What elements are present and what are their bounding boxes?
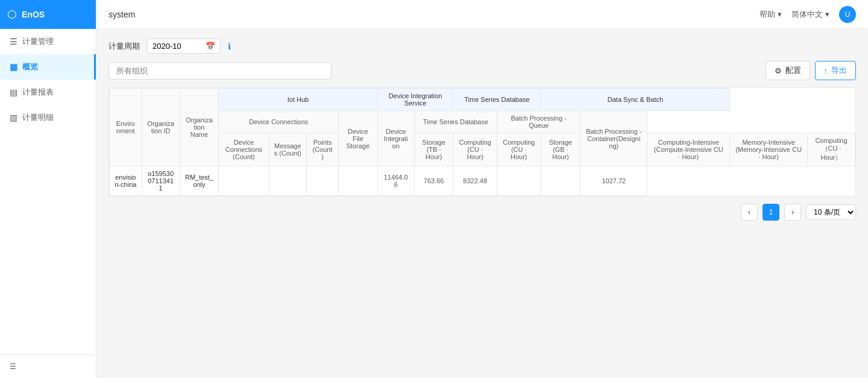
col-computing-batch-cu-hour: Computing（CU · Hour） [808,133,855,166]
col-device-connections-count: Device Connections (Count) [219,133,269,166]
sidebar-collapse[interactable]: ☰ [0,354,96,378]
sidebar-nav: ☰ 计量管理 ▦ 概览 ▤ 计量报表 ▥ 计量明细 [0,29,96,354]
logo-text: EnOS [22,10,45,19]
cell-env: envision-china [110,166,142,196]
billing-report-icon: ▤ [10,87,17,97]
cell-memory-intensive [541,166,580,196]
lang-menu[interactable]: 简体中文 ▾ [791,9,829,20]
user-avatar[interactable]: U [839,6,856,23]
date-picker[interactable]: 📅 [147,39,221,54]
sidebar-item-label-billing-detail: 计量明细 [22,112,54,123]
col-messages-count: Messages (Count) [269,133,306,166]
col-device-file-storage: Device File Storage [339,111,378,166]
header-title: system [108,10,135,19]
cell-storage-gb-hour: 8322.48 [453,166,497,196]
cell-org-id: o15953007113411 [142,166,180,196]
cell-org-name: RM_test_only [180,166,219,196]
next-page-button[interactable]: › [784,204,801,221]
sidebar-item-label-billing-mgmt: 计量管理 [22,36,54,47]
help-chevron-icon: ▾ [778,10,782,19]
cell-computing-batch-cu-hour: 1027.72 [580,166,647,196]
prev-page-button[interactable]: ‹ [741,204,758,221]
config-label: 配置 [785,65,801,76]
cell-storage-tb-hour [339,166,378,196]
header-right: 帮助 ▾ 简体中文 ▾ U [760,6,856,23]
col-storage-gb-hour: Storage (GB · Hour) [541,133,580,166]
cell-points-count [307,166,339,196]
page-1-button[interactable]: 1 [763,204,779,221]
cell-messages-count [269,166,306,196]
pagination: ‹ 1 › 10 条/页 20 条/页 50 条/页 [108,204,856,221]
billing-detail-icon: ▥ [10,113,17,122]
sidebar-item-billing-report[interactable]: ▤ 计量报表 [0,80,96,105]
cell-device-connections-count [219,166,269,196]
col-batch-container: Batch Processing - Container(Designing) [580,111,647,166]
col-computing-ts-cu-hour: Computing (CU · Hour) [497,133,541,166]
export-label: 导出 [831,65,847,76]
sidebar-item-overview[interactable]: ▦ 概览 [0,54,96,80]
col-points-count: Points (Count) [307,133,339,166]
sidebar-logo: ⬡ EnOS [0,0,96,29]
sidebar-item-billing-mgmt[interactable]: ☰ 计量管理 [0,29,96,54]
col-computing-device-cu-hour: Computing (CU · Hour) [453,133,497,166]
collapse-icon: ☰ [10,362,16,371]
info-icon[interactable]: ℹ [228,42,231,51]
cell-computing-device-cu-hour: 11464.06 [377,166,414,196]
date-input[interactable] [153,42,201,51]
data-table-wrap: Environment Organization ID Organization… [108,87,856,197]
data-table: Environment Organization ID Organization… [109,88,855,196]
period-label: 计量周期 [108,41,140,52]
page-content: 计量周期 📅 ℹ ⚙ 配置 ↑ 导出 [96,29,868,378]
col-tsdb: Time Series Database [414,111,497,133]
col-env: Environment [110,89,142,166]
action-buttons: ⚙ 配置 ↑ 导出 [766,61,857,80]
col-org-id: Organization ID [142,89,180,166]
lang-chevron-icon: ▾ [825,10,829,19]
config-icon: ⚙ [775,66,782,75]
col-group-tsdb: Time Series Database [453,89,541,111]
toolbar: 计量周期 📅 ℹ [108,39,856,54]
sidebar-item-billing-detail[interactable]: ▥ 计量明细 [0,105,96,130]
sidebar-item-label-overview: 概览 [22,61,38,72]
billing-mgmt-icon: ☰ [10,37,17,46]
header: system 帮助 ▾ 简体中文 ▾ U [96,0,868,29]
col-group-device-integration: Device Integration Service [377,89,453,111]
col-group-data-sync: Data Sync & Batch [541,89,730,111]
col-device-connections: Device Connections [219,111,339,133]
org-filter-input[interactable] [108,62,332,80]
col-storage-tb-hour: Storage (TB · Hour) [414,133,453,166]
col-org-name: Organization Name [180,89,219,166]
filter-row: ⚙ 配置 ↑ 导出 [108,61,856,80]
table-row: envision-china o15953007113411 RM_test_o… [110,166,855,196]
cell-computing-ts-cu-hour: 763.66 [414,166,453,196]
main-content: system 帮助 ▾ 简体中文 ▾ U 计量周期 📅 ℹ [96,0,868,378]
export-button[interactable]: ↑ 导出 [815,61,857,80]
sidebar: ⬡ EnOS ☰ 计量管理 ▦ 概览 ▤ 计量报表 ▥ 计量明细 ☰ [0,0,96,378]
calendar-icon: 📅 [206,42,215,51]
logo-icon: ⬡ [7,8,17,21]
lang-label: 简体中文 [791,9,823,20]
export-icon: ↑ [824,66,828,75]
page-size-select[interactable]: 10 条/页 20 条/页 50 条/页 [806,204,856,220]
config-button[interactable]: ⚙ 配置 [766,61,810,80]
help-label: 帮助 [760,9,775,20]
col-group-iot-hub: Iot Hub [219,89,377,111]
cell-computing-intensive [497,166,541,196]
sidebar-item-label-billing-report: 计量报表 [22,87,54,98]
col-device-integration: Device Integration [377,111,414,166]
help-menu[interactable]: 帮助 ▾ [760,9,782,20]
col-memory-intensive: Memory-Intensive (Memory-Intensive CU · … [730,133,808,166]
overview-icon: ▦ [10,62,17,72]
col-batch-queue: Batch Processing - Queue [497,111,580,133]
col-computing-intensive: Computing-Intensive (Compute-Intensive C… [647,133,730,166]
